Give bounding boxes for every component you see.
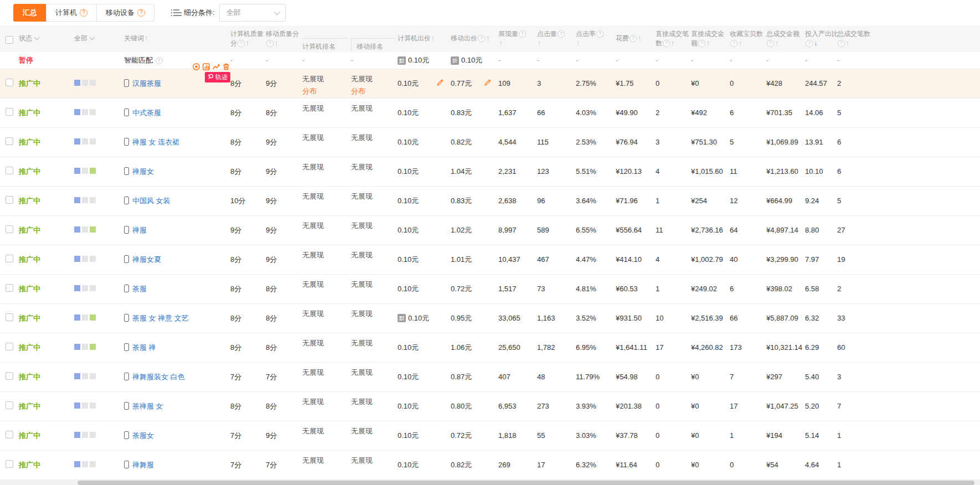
help-icon[interactable]: ? [238,40,245,47]
help-icon[interactable]: ? [767,40,774,47]
rank-distribution-link[interactable]: 分布 [351,86,394,96]
column-label[interactable]: 计算机出价↑ [398,29,448,43]
help-icon[interactable]: ? [596,30,604,38]
column-label-line1[interactable]: 移动质量分 [266,29,300,39]
help-icon[interactable]: ? [806,40,813,47]
sort-arrow-icon[interactable]: ↑ [775,39,778,47]
keyword-link[interactable]: 茶服 [124,285,147,293]
track-badge[interactable]: 轨迹 [205,72,230,82]
column-label-line1[interactable]: 直接成交笔 [656,29,689,39]
targeting-icon[interactable] [192,63,200,71]
keyword-link[interactable]: 禅服女 [124,167,154,176]
column-label-line2[interactable]: ↑ [576,39,613,48]
column-label-line2[interactable]: 额?↑ [691,39,728,48]
keyword-link[interactable]: 汉服茶服 [124,79,161,87]
tab-summary[interactable]: 汇总 [13,4,47,22]
horizontal-scrollbar-thumb[interactable] [78,481,974,485]
column-label-line1[interactable]: 展现量? [498,29,535,39]
filter-select[interactable]: 全部 [219,4,286,22]
row-checkbox[interactable] [6,255,13,262]
row-checkbox[interactable] [6,343,13,350]
column-label-line2[interactable]: 数?↑ [656,39,689,48]
keyword-link[interactable]: 禅舞服 [124,461,154,469]
help-icon[interactable]: ? [478,35,485,42]
column-label-line1[interactable]: 计算机质量 [230,29,264,39]
help-icon[interactable]: ? [663,40,670,47]
sort-arrow-icon[interactable]: ↓ [814,39,817,47]
help-icon[interactable]: ? [730,40,737,47]
help-icon[interactable]: ? [80,9,87,17]
sort-arrow-icon[interactable]: ↑ [739,39,742,47]
column-label-line2[interactable]: ?↑ [266,39,300,48]
column-label-line1[interactable]: 投入产出比 [805,29,835,39]
column-label-line1[interactable]: 点击量? [537,29,574,39]
edit-bid-icon[interactable] [436,79,444,88]
keyword-link[interactable]: 茶服 女 禅意 文艺 [124,314,189,322]
column-label-line1[interactable]: 点击率? [576,29,613,39]
row-checkbox[interactable] [6,401,13,409]
trend-chart-icon[interactable] [212,63,220,71]
horizontal-scrollbar-track[interactable] [0,480,980,485]
row-checkbox[interactable] [6,137,13,145]
help-icon[interactable]: ? [698,40,705,47]
row-checkbox[interactable] [6,431,13,438]
keyword-link[interactable]: 茶禅服 女 [124,402,163,410]
column-label[interactable]: 关键词↑ [124,29,228,43]
keyword-link[interactable]: 禅服 女 连衣裙 [124,138,179,146]
sort-arrow-icon[interactable]: ↑ [275,39,278,47]
column-label-line2[interactable]: ↑ [537,39,574,48]
row-checkbox[interactable] [6,372,13,380]
column-label-line2[interactable]: ?↑ [766,39,803,48]
sort-arrow-icon[interactable]: ↑ [538,39,541,47]
help-icon[interactable]: ? [156,57,163,64]
column-label-line1[interactable]: 收藏宝贝数 [730,29,764,39]
column-label-line2[interactable]: ?↑ [837,39,870,48]
row-checkbox[interactable] [6,284,13,292]
keyword-link[interactable]: 禅服女夏 [124,255,161,264]
sort-arrow-icon[interactable]: ↑ [145,34,148,42]
select-all-checkbox[interactable] [6,36,13,44]
column-label-line1[interactable]: 直接成交金 [691,29,728,39]
column-label[interactable]: 移动出价?↑ [451,29,496,43]
column-label[interactable]: 状态 [19,29,72,43]
help-icon[interactable]: ? [838,40,845,47]
row-checkbox[interactable] [6,460,13,468]
tab-mobile[interactable]: 移动设备? [96,4,154,22]
row-checkbox[interactable] [6,108,13,116]
sort-arrow-icon[interactable]: ↑ [499,39,502,47]
sort-arrow-icon[interactable]: ↑ [706,39,710,47]
sort-arrow-icon[interactable]: ↑ [431,34,435,42]
sort-arrow-icon[interactable]: ↑ [576,39,580,47]
keyword-link[interactable]: 茶服女 [124,431,154,440]
help-icon[interactable]: ? [137,9,145,17]
column-label-line2[interactable]: ?↑ [730,39,764,48]
tab-computer[interactable]: 计算机? [46,4,97,22]
keyword-link[interactable]: 中国风 女装 [124,197,171,205]
help-icon[interactable]: ? [266,40,274,47]
keyword-link[interactable]: 茶服 禅 [124,343,156,352]
keyword-link[interactable]: 中式茶服 [124,109,161,117]
column-label[interactable]: 全部 [74,29,122,43]
row-checkbox[interactable] [6,225,13,233]
column-label-line1[interactable]: 总成交笔数 [837,29,870,39]
help-icon[interactable]: ? [519,30,526,38]
row-checkbox[interactable] [6,196,13,204]
help-icon[interactable]: ? [630,35,637,42]
column-label-line1[interactable]: 总成交金额 [766,29,803,39]
sort-arrow-icon[interactable]: ↑ [246,39,249,47]
keyword-link[interactable]: 禅舞服装女 白色 [124,373,185,381]
help-icon[interactable]: ? [558,30,565,38]
report-icon[interactable] [202,63,210,71]
column-label-line2[interactable]: ?↓ [805,39,835,48]
keyword-link[interactable]: 禅服 [124,226,147,234]
edit-bid-icon[interactable] [484,79,492,88]
sort-arrow-icon[interactable]: ↑ [671,39,674,47]
sort-arrow-icon[interactable]: ↑ [638,34,641,42]
delete-icon[interactable] [222,63,230,71]
column-label-line2[interactable]: 分?↑ [230,39,264,48]
rank-distribution-link[interactable]: 分布 [302,86,348,96]
sort-arrow-icon[interactable]: ↑ [846,39,849,47]
row-checkbox[interactable] [6,313,13,321]
column-label-line2[interactable]: ↑ [498,39,535,48]
row-checkbox[interactable] [6,79,13,86]
